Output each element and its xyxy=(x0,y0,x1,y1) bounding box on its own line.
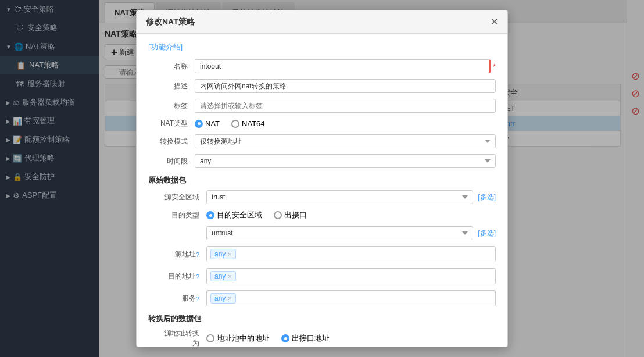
dst-addr-tag: any × xyxy=(210,271,236,281)
desc-input[interactable] xyxy=(195,79,496,93)
modal-close-button[interactable]: ✕ xyxy=(491,16,498,27)
nat-type-label: NAT类型 xyxy=(148,119,195,128)
src-trans-control: 地址池中的地址 出接口地址 xyxy=(206,333,496,344)
dst-zone-select[interactable]: untrust xyxy=(206,226,473,240)
time-control: any xyxy=(195,154,496,168)
time-select[interactable]: any xyxy=(195,154,496,168)
src-addr-help-icon[interactable]: ? xyxy=(196,251,199,258)
src-trans-label: 源地址转换为 xyxy=(160,329,206,347)
name-row: 名称 * xyxy=(148,59,496,73)
src-zone-label: 源安全区域 xyxy=(160,192,206,202)
mode-control: 仅转换源地址 xyxy=(195,134,496,148)
radio-dst-security-dot xyxy=(206,211,214,219)
radio-interface-dot xyxy=(281,334,289,342)
src-addr-label: 源地址? xyxy=(160,249,206,259)
name-input[interactable] xyxy=(195,59,491,73)
modal-overlay: 修改NAT策略 ✕ [功能介绍] 名称 * 描述 标签 xyxy=(0,0,644,357)
radio-pool[interactable]: 地址池中的地址 xyxy=(206,333,270,344)
dst-addr-label: 目的地址? xyxy=(160,272,206,281)
mode-select[interactable]: 仅转换源地址 xyxy=(195,134,496,148)
service-help-icon[interactable]: ? xyxy=(196,295,199,302)
src-addr-input[interactable]: any × xyxy=(206,246,496,262)
service-row: 服务? any × xyxy=(160,290,496,306)
mode-label: 转换模式 xyxy=(148,137,195,147)
mode-row: 转换模式 仅转换源地址 xyxy=(148,134,496,148)
src-addr-row: 源地址? any × xyxy=(160,246,496,262)
tag-input[interactable] xyxy=(195,99,496,113)
name-label: 名称 xyxy=(148,62,195,72)
func-intro-link[interactable]: [功能介绍] xyxy=(148,42,496,52)
src-zone-row: 源安全区域 trust [多选] xyxy=(160,190,496,204)
modal-header: 修改NAT策略 ✕ xyxy=(137,10,507,34)
time-label: 时间段 xyxy=(148,156,195,166)
src-zone-select[interactable]: trust xyxy=(206,190,473,204)
radio-dst-security[interactable]: 目的安全区域 xyxy=(206,210,262,220)
src-zone-multi-link[interactable]: [多选] xyxy=(478,192,496,202)
nat-type-control: NAT NAT64 xyxy=(195,119,496,128)
radio-nat-dot xyxy=(195,120,203,128)
radio-nat64-dot xyxy=(231,120,239,128)
dst-type-control: 目的安全区域 出接口 xyxy=(206,210,496,220)
original-section-title: 原始数据包 xyxy=(148,175,496,185)
radio-pool-dot xyxy=(206,334,214,342)
service-label: 服务? xyxy=(160,294,206,304)
dst-zone-value-control: untrust [多选] xyxy=(206,226,496,240)
translated-section-body: 源地址转换为 地址池中的地址 出接口地址 xyxy=(148,329,496,347)
dst-type-label: 目的类型 xyxy=(160,210,206,220)
required-indicator: * xyxy=(493,62,496,71)
dst-zone-value-row: untrust [多选] xyxy=(160,226,496,240)
translated-section-title: 转换后的数据包 xyxy=(148,313,496,324)
modal-body: [功能介绍] 名称 * 描述 标签 xyxy=(137,34,507,347)
nat-type-row: NAT类型 NAT NAT64 xyxy=(148,119,496,128)
dst-type-row: 目的类型 目的安全区域 出接口 xyxy=(160,210,496,220)
service-tag: any × xyxy=(210,293,236,304)
dst-addr-tag-close[interactable]: × xyxy=(228,273,231,280)
dst-addr-help-icon[interactable]: ? xyxy=(196,273,199,280)
service-tag-close[interactable]: × xyxy=(228,295,231,302)
radio-interface[interactable]: 出接口地址 xyxy=(281,333,330,344)
tag-control xyxy=(195,99,496,113)
dst-addr-input[interactable]: any × xyxy=(206,268,496,284)
name-control xyxy=(195,59,491,73)
radio-dst-interface-dot xyxy=(274,211,282,219)
desc-label: 描述 xyxy=(148,81,195,91)
dst-zone-multi-link[interactable]: [多选] xyxy=(478,229,496,238)
desc-control xyxy=(195,79,496,93)
desc-row: 描述 xyxy=(148,79,496,93)
dst-addr-row: 目的地址? any × xyxy=(160,268,496,284)
src-trans-row: 源地址转换为 地址池中的地址 出接口地址 xyxy=(160,329,496,347)
service-input[interactable]: any × xyxy=(206,290,496,306)
src-zone-control: trust [多选] xyxy=(206,190,496,204)
original-section-body: 源安全区域 trust [多选] 目的类型 目的安全区域 xyxy=(148,190,496,306)
modify-nat-modal: 修改NAT策略 ✕ [功能介绍] 名称 * 描述 标签 xyxy=(136,10,508,347)
radio-nat[interactable]: NAT xyxy=(195,119,220,128)
src-addr-tag: any × xyxy=(210,249,236,259)
radio-dst-interface[interactable]: 出接口 xyxy=(274,210,307,220)
src-addr-tag-close[interactable]: × xyxy=(228,251,231,258)
tag-row: 标签 xyxy=(148,99,496,113)
tag-label: 标签 xyxy=(148,101,195,111)
radio-nat64[interactable]: NAT64 xyxy=(231,119,265,128)
modal-title: 修改NAT策略 xyxy=(146,17,195,27)
time-row: 时间段 any xyxy=(148,154,496,168)
